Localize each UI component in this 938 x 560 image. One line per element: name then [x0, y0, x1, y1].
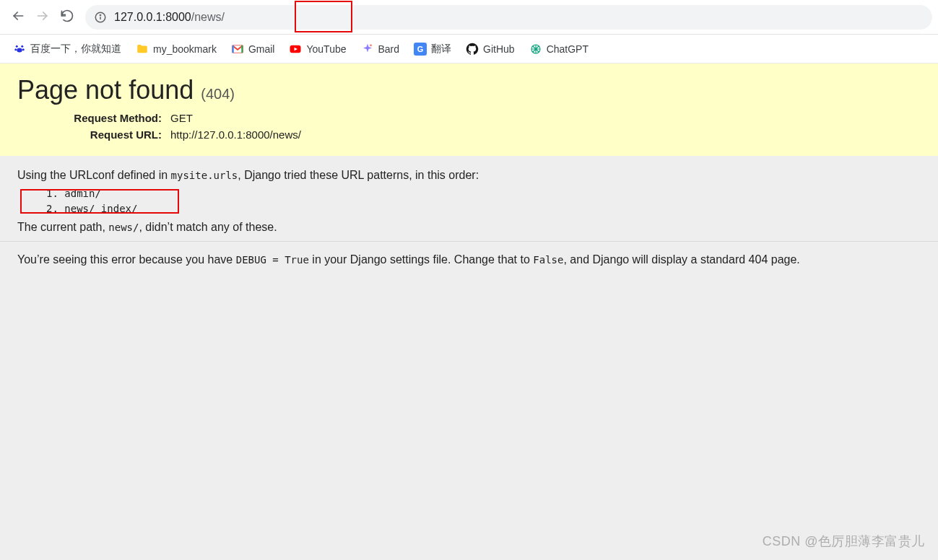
bookmark-label: YouTube [306, 43, 346, 55]
svg-point-6 [21, 45, 23, 47]
bookmark-youtube[interactable]: YouTube [283, 40, 352, 58]
error-summary: Page not found (404) Request Method: GET… [0, 64, 938, 156]
svg-point-7 [17, 48, 22, 52]
bookmark-folder[interactable]: my_bookmark [130, 40, 222, 58]
bookmark-label: my_bookmark [153, 43, 217, 55]
request-meta: Request Method: GET Request URL: http://… [43, 110, 305, 143]
reload-icon [60, 9, 74, 26]
no-match-line: The current path, news/, didn’t match an… [17, 221, 921, 234]
folder-icon [136, 43, 149, 56]
bookmark-label: Gmail [248, 43, 275, 55]
debug-explanation: You’re seeing this error because you hav… [0, 241, 938, 278]
bookmark-label: 百度一下，你就知道 [30, 43, 121, 56]
browser-nav-bar: 127.0.0.1:8000/news/ [0, 0, 938, 35]
arrow-right-icon [35, 9, 50, 26]
page-title: Page not found (404) [17, 75, 921, 105]
pattern-item: 2. news/ index/ [46, 201, 921, 216]
reload-button[interactable] [55, 5, 79, 30]
bard-icon [361, 43, 374, 56]
request-method: GET [166, 110, 305, 126]
chatgpt-icon [529, 43, 542, 56]
bookmark-label: ChatGPT [547, 43, 589, 55]
url-patterns-block: Using the URLconf defined in mysite.urls… [0, 156, 938, 241]
request-method-label: Request Method: [43, 110, 166, 126]
youtube-icon [289, 43, 302, 56]
patterns-intro: Using the URLconf defined in mysite.urls… [17, 169, 921, 182]
gmail-icon [231, 43, 244, 56]
request-url-label: Request URL: [43, 126, 166, 143]
forward-button[interactable] [30, 5, 55, 30]
bookmark-gmail[interactable]: Gmail [225, 40, 281, 58]
pattern-item: 1. admin/ [46, 186, 921, 201]
svg-point-8 [14, 48, 17, 51]
url-host: 127.0.0.1:8000 [114, 11, 191, 24]
github-icon [466, 43, 479, 56]
status-code: (404) [201, 86, 235, 102]
bookmark-translate[interactable]: G 翻译 [408, 40, 457, 58]
site-info-icon[interactable] [94, 11, 107, 24]
svg-point-9 [22, 48, 25, 51]
bookmark-label: Bard [378, 43, 400, 55]
svg-point-5 [16, 45, 18, 47]
bookmark-github[interactable]: GitHub [460, 40, 521, 58]
request-url: http://127.0.0.1:8000/news/ [166, 126, 305, 143]
bookmark-label: GitHub [483, 43, 515, 55]
bookmarks-bar: 百度一下，你就知道 my_bookmark Gmail YouTube Bard… [0, 35, 938, 64]
bookmark-bard[interactable]: Bard [355, 40, 406, 58]
address-bar[interactable]: 127.0.0.1:8000/news/ [85, 5, 932, 30]
svg-point-4 [100, 14, 100, 15]
arrow-left-icon [11, 9, 25, 26]
svg-rect-12 [241, 45, 243, 53]
svg-point-15 [370, 44, 372, 46]
page-content: Page not found (404) Request Method: GET… [0, 64, 938, 278]
error-title: Page not found [17, 75, 201, 105]
baidu-icon [13, 43, 26, 56]
bookmark-label: 翻译 [431, 43, 451, 56]
pattern-list: 1. admin/ 2. news/ index/ [46, 186, 921, 216]
watermark: CSDN @色厉胆薄李富贵儿 [763, 533, 925, 550]
svg-rect-11 [232, 45, 233, 53]
bookmark-chatgpt[interactable]: ChatGPT [524, 40, 594, 58]
url-path: /news/ [191, 11, 225, 24]
annotation-box [295, 1, 352, 32]
back-button[interactable] [6, 5, 30, 30]
bookmark-baidu[interactable]: 百度一下，你就知道 [7, 40, 127, 58]
translate-icon: G [414, 43, 427, 56]
